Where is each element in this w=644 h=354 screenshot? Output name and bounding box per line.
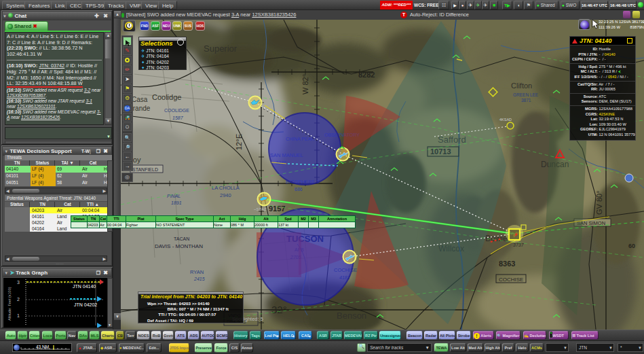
svg-text:DAVIS - MONTHAN: DAVIS - MONTHAN: [155, 243, 203, 249]
svg-text:2415: 2415: [193, 277, 205, 281]
svg-text:Clifton: Clifton: [511, 82, 532, 90]
svg-text:2940: 2940: [220, 192, 231, 198]
svg-text:Spotlighted: 5: Spotlighted: 5: [232, 316, 263, 322]
svg-text:Benson: Benson: [337, 311, 366, 321]
svg-text:GV 80°: GV 80°: [595, 190, 603, 215]
svg-text:Casa: Casa: [132, 96, 148, 103]
svg-text:Eloy: Eloy: [126, 156, 141, 164]
svg-text:TACAN: TACAN: [174, 236, 189, 241]
svg-text:3737: 3737: [513, 243, 525, 247]
svg-text:8363: 8363: [499, 260, 515, 268]
svg-text:1891: 1891: [171, 200, 182, 205]
svg-text:LA CHOLLA: LA CHOLLA: [212, 185, 240, 191]
svg-text:RYAN: RYAN: [190, 269, 204, 275]
svg-text:Superior: Superior: [204, 43, 238, 54]
svg-text:PINAL: PINAL: [167, 194, 181, 198]
svg-text:W 82°: W 82°: [301, 74, 309, 94]
svg-text:STANFIELD: STANFIELD: [132, 167, 158, 172]
svg-text:Grande: Grande: [128, 105, 151, 112]
svg-text:GREEN LEE: GREEN LEE: [513, 92, 539, 97]
svg-text:1587: 1587: [172, 116, 184, 120]
svg-text:8282: 8282: [358, 71, 375, 79]
svg-text:4KSAD: 4KSAD: [499, 118, 512, 122]
svg-text:32°: 32°: [271, 304, 287, 315]
svg-text:Coolidge: Coolidge: [152, 93, 181, 101]
svg-text:12°E: 12°E: [235, 134, 243, 150]
svg-text:COCHISE: COCHISE: [499, 277, 523, 283]
svg-text:COOLIDGE: COOLIDGE: [164, 108, 189, 113]
svg-text:3871: 3871: [521, 98, 531, 103]
svg-text:686: 686: [295, 187, 303, 192]
svg-text:60: 60: [628, 243, 635, 249]
svg-text:~STAZ: ~STAZ: [254, 207, 267, 211]
